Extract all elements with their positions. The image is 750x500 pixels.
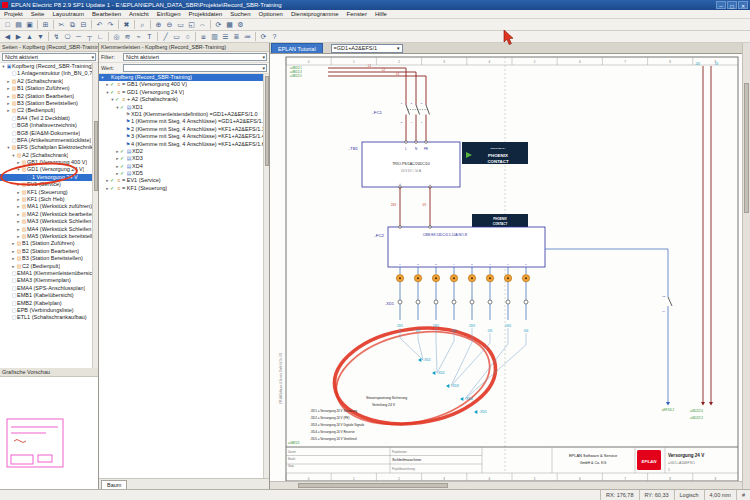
new-project-icon[interactable]: □ bbox=[2, 20, 13, 30]
page-tree-item[interactable]: ▾▨A2 (Schaltschrank) bbox=[0, 152, 92, 159]
menu-bearbeiten[interactable]: Bearbeiten bbox=[88, 10, 125, 18]
terminal-tree-item[interactable]: ▸✓▤XD4 bbox=[99, 163, 263, 170]
page-tree-item[interactable]: ▾▨GD1 (Versorgung 24 V) bbox=[0, 166, 92, 173]
find-icon[interactable]: ⌕ bbox=[137, 20, 148, 30]
graphic-circle-icon[interactable]: ○ bbox=[182, 32, 193, 42]
scrollbar-thumb[interactable] bbox=[298, 483, 448, 488]
undo-icon[interactable]: ↶ bbox=[94, 20, 105, 30]
terminal-tree-item[interactable]: ▾▣Kopfberg (Record_SBR-Training) bbox=[99, 74, 263, 81]
navigator-icon[interactable]: ☰ bbox=[220, 32, 231, 42]
page-tree-item[interactable]: ▸▨MA5 (Werkstück bereitstellen) bbox=[0, 233, 92, 240]
page-tree-item[interactable]: ▸▨MA3 (Werkstück Schleifen rechts) bbox=[0, 218, 92, 225]
page-tree-item[interactable]: ▸▨EV1 (Service) bbox=[0, 181, 92, 188]
delete-icon[interactable]: ✖ bbox=[121, 20, 132, 30]
next-page-icon[interactable]: ▶ bbox=[13, 32, 24, 42]
terminal-icon[interactable]: ◎ bbox=[111, 32, 122, 42]
page-tree-item[interactable]: ▸▨MA2 (Werkstück bearbeiten) bbox=[0, 211, 92, 218]
page-tree-item[interactable]: ▢EMA3 (Klemmenplan) bbox=[0, 277, 92, 284]
t-node-icon[interactable]: ┬ bbox=[84, 32, 95, 42]
terminal-tree-item[interactable]: ⚑1 (Klemme mit Steg, 4 Anschlüsse) =GD1+… bbox=[99, 118, 263, 125]
macro-icon[interactable]: ⧈ bbox=[198, 32, 209, 42]
page-tree-item[interactable]: ▢1 Versorgung 24 V bbox=[0, 174, 92, 181]
layers-icon[interactable]: ≣ bbox=[231, 32, 242, 42]
page-tree-item[interactable]: ▸▨B3 (Station Bereitstellen) bbox=[0, 100, 92, 107]
terminal-tree-item[interactable]: ▸✓▤XD2 bbox=[99, 148, 263, 155]
page-tree-item[interactable]: ▸▨C2 (Bedienpult) bbox=[0, 107, 92, 114]
terminal-tree-item[interactable]: ⚑4 (Klemme mit Steg, 4 Anschlüsse) =KF1+… bbox=[99, 141, 263, 148]
terminals-wert-combo[interactable]: ▾ bbox=[123, 64, 267, 72]
angle-icon[interactable]: ∟ bbox=[95, 32, 106, 42]
page-tree-item[interactable]: ▸▨KF1 (Steuerung) bbox=[0, 189, 92, 196]
menu-seite[interactable]: Seite bbox=[27, 10, 49, 18]
menu-einfügen[interactable]: Einfügen bbox=[153, 10, 185, 18]
page-tree-item[interactable]: ▢BA4 (Teil 2 Deckblatt) bbox=[0, 115, 92, 122]
terminal-tree-item[interactable]: ⚑XD1 (Klemmenleistendefinition) =GD1+A2&… bbox=[99, 111, 263, 118]
page-tree-item[interactable]: ▸▨B1 (Station Zuführen) bbox=[0, 85, 92, 92]
tab-baum[interactable]: Baum bbox=[101, 480, 127, 489]
page-tree-item[interactable]: ▢EPB (Verbindungsliste) bbox=[0, 307, 92, 314]
page-tree-item[interactable]: ▸▨GB1 (Versorgung 400 V) bbox=[0, 159, 92, 166]
plc-icon[interactable]: ▥ bbox=[209, 32, 220, 42]
menu-optionen[interactable]: Optionen bbox=[255, 10, 287, 18]
terminal-tree-item[interactable]: ⚑2 (Klemme mit Steg, 4 Anschlüsse) =KF1+… bbox=[99, 126, 263, 133]
open-project-icon[interactable]: ▤ bbox=[13, 20, 24, 30]
cable-icon[interactable]: ≋ bbox=[122, 32, 133, 42]
menu-suchen[interactable]: Suchen bbox=[226, 10, 254, 18]
page-tree-item[interactable]: ▾▨EFS (Schaltplan Elektrotechnik) bbox=[0, 144, 92, 151]
page-tree-item[interactable]: ▸▨B2 (Station Bearbeiten) bbox=[0, 93, 92, 100]
zoom-fit-icon[interactable]: ◱ bbox=[186, 20, 197, 30]
menu-layoutraum[interactable]: Layoutraum bbox=[48, 10, 88, 18]
terminal-tree-item[interactable]: ⚑3 (Klemme mit Steg, 4 Anschlüsse) =KF1+… bbox=[99, 133, 263, 140]
page-tree-item[interactable]: ▢1 Anlagenstruktur (Inh_BN_0,75 - LAPP A… bbox=[0, 70, 92, 77]
insert-device-icon[interactable]: ⎔ bbox=[62, 32, 73, 42]
pages-scrollbar[interactable] bbox=[92, 63, 98, 368]
pan-icon[interactable]: ⇔ bbox=[197, 20, 208, 30]
page-tree-item[interactable]: ▸▨A2 (Schaltschrank) bbox=[0, 78, 92, 85]
insert-symbol-icon[interactable]: ↯ bbox=[51, 32, 62, 42]
pages-filter-combo[interactable]: Nicht aktiviert ▾ bbox=[2, 53, 96, 61]
menu-projektdaten[interactable]: Projektdaten bbox=[184, 10, 226, 18]
save-icon[interactable]: ▣ bbox=[24, 20, 35, 30]
zoom-in-icon[interactable]: ⊕ bbox=[153, 20, 164, 30]
text-icon[interactable]: T bbox=[144, 32, 155, 42]
terminal-tree-item[interactable]: ▾✓≡= GD1 (Versorgung 24 V) bbox=[99, 89, 263, 96]
page-tree-item[interactable]: ▸▨B1 (Station Zuführen) bbox=[0, 240, 92, 247]
help-icon[interactable]: ? bbox=[269, 32, 280, 42]
redo-icon[interactable]: ↷ bbox=[105, 20, 116, 30]
scrollbar-thumb[interactable] bbox=[744, 83, 749, 213]
cut-icon[interactable]: ✂ bbox=[56, 20, 67, 30]
previous-page-icon[interactable]: ◀ bbox=[2, 32, 13, 42]
page-tree-item[interactable]: ▸▨B3 (Station Bereitstellen) bbox=[0, 255, 92, 262]
page-tree-item[interactable]: ▢EMB1 (Kabelübersicht) bbox=[0, 292, 92, 299]
page-tree-item[interactable]: ▢EMA4 (SPS-Anschlussplan) bbox=[0, 285, 92, 292]
page-tree-item[interactable]: ▸▨KF1 (Sich Heb) bbox=[0, 196, 92, 203]
schematic-canvas[interactable]: EPLAN Software & Service GmbH & Co. KG -… bbox=[270, 54, 742, 481]
graphic-line-icon[interactable]: ╱ bbox=[160, 32, 171, 42]
page-tree-item[interactable]: ▸▨C2 (Bedienpult) bbox=[0, 263, 92, 270]
page-tree-item[interactable]: ▸▨MA4 (Werkstück Schleifen links) bbox=[0, 226, 92, 233]
scrollbar-thumb[interactable] bbox=[94, 121, 98, 191]
zoom-window-icon[interactable]: ▭ bbox=[175, 20, 186, 30]
zoom-out-icon[interactable]: ⊖ bbox=[164, 20, 175, 30]
menu-ansicht[interactable]: Ansicht bbox=[125, 10, 153, 18]
terminals-filter-combo[interactable]: Nicht aktiviert ▾ bbox=[123, 53, 267, 61]
terminal-tree-item[interactable]: ▸✓▤XD3 bbox=[99, 155, 263, 162]
editor-hscrollbar[interactable] bbox=[270, 481, 742, 489]
tab-eplan-tutorial[interactable]: EPLAN Tutorial bbox=[271, 43, 323, 53]
redraw-icon[interactable]: ⟳ bbox=[213, 20, 224, 30]
terminal-tree-item[interactable]: ▸✓▤XD5 bbox=[99, 170, 263, 177]
grid-icon[interactable]: ▦ bbox=[224, 20, 235, 30]
page-tree-item[interactable]: ▸▨MA1 (Werkstück zuführen) bbox=[0, 203, 92, 210]
terminal-tree-item[interactable]: ▸✓≡= EV1 (Service) bbox=[99, 177, 263, 184]
settings-icon[interactable]: ⚙ bbox=[235, 20, 246, 30]
copy-icon[interactable]: ⧉ bbox=[67, 20, 78, 30]
scrollbar-thumb[interactable] bbox=[265, 76, 269, 166]
terminal-tree-item[interactable]: ▸✓≡= GB1 (Versorgung 400 V) bbox=[99, 81, 263, 88]
page-up-icon[interactable]: ▲ bbox=[24, 32, 35, 42]
update-icon[interactable]: ⟳ bbox=[258, 32, 269, 42]
page-tree-item[interactable]: ▸▨B2 (Station Bearbeiten) bbox=[0, 248, 92, 255]
page-down-icon[interactable]: ▼ bbox=[35, 32, 46, 42]
minimize-button[interactable]: ─ bbox=[716, 1, 726, 9]
terminal-tree-item[interactable]: ▾✓▤XD1 bbox=[99, 104, 263, 111]
print-icon[interactable]: ⊞ bbox=[40, 20, 51, 30]
